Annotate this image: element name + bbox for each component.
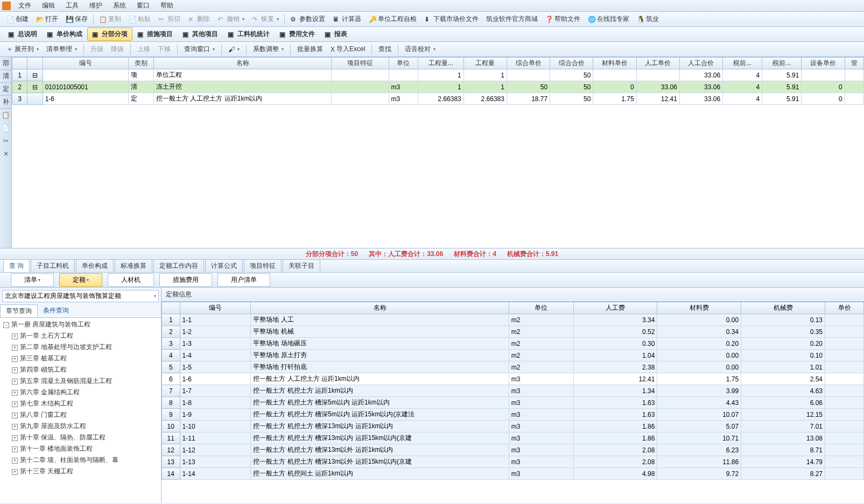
subtool-系数调整[interactable]: 系数调整▾	[250, 43, 287, 55]
menu-edit[interactable]: 编辑	[37, 0, 60, 11]
toolbar-复制[interactable]: 📋复制	[96, 13, 124, 25]
col-header[interactable]: 单位	[389, 58, 418, 69]
detail-tab-1[interactable]: 子目工料机	[31, 259, 75, 272]
col-header[interactable]: 机械费	[741, 302, 825, 314]
subtool-清单整理[interactable]: 清单整理▾	[43, 43, 80, 55]
table-row[interactable]: 31-6定挖一般土方 人工挖土方 运距1km以内m32.663832.66383…	[12, 93, 864, 105]
menu-file[interactable]: 文件	[13, 0, 37, 11]
expand-icon[interactable]: +	[12, 333, 18, 339]
toolbar-帮助文件[interactable]: ❓帮助文件	[542, 13, 584, 25]
subtool-上移[interactable]: 上移	[134, 43, 153, 55]
expand-icon[interactable]: -	[3, 322, 9, 328]
subtool-批量换算[interactable]: 批量换算	[294, 43, 326, 55]
detail-grid[interactable]: 编号名称单位人工费材料费机械费单价11-1平整场地 人工m23.340.000.…	[161, 302, 864, 503]
table-row[interactable]: 31-3平整场地 场地碾压m20.300.200.20	[162, 338, 864, 350]
detail-tab-0[interactable]: 查 询	[3, 259, 30, 272]
toolbar-打开[interactable]: 📂打开	[33, 13, 61, 25]
quota-book-combo[interactable]: 北京市建设工程房屋建筑与装饰预算定额 ▾	[2, 290, 159, 302]
expand-icon[interactable]: +	[12, 435, 18, 441]
tree-item[interactable]: +第六章 金属结构工程	[1, 387, 160, 398]
tree-item[interactable]: +第二章 地基处理与边坡支护工程	[1, 342, 160, 353]
toolbar-撤销[interactable]: ↶撤销▾	[214, 13, 248, 25]
menu-system[interactable]: 系统	[108, 0, 131, 11]
table-row[interactable]: 1⊟项单位工程115033.0645.91	[12, 69, 864, 81]
filter-人材机[interactable]: 人材机	[108, 273, 154, 287]
toolbar-剪切[interactable]: ✂剪切	[155, 13, 184, 25]
toolbar-创建[interactable]: 📄创建	[3, 13, 32, 25]
col-header[interactable]: 税前...	[762, 58, 802, 69]
toolbar-在线找专家[interactable]: 🌐在线找专家	[585, 13, 633, 25]
subtool-语音校对[interactable]: 语音校对▾	[402, 43, 439, 55]
col-header[interactable]: 项目特征	[332, 58, 389, 69]
detail-tab-4[interactable]: 定额工作内容	[153, 259, 204, 272]
toolbar-单位工程自检[interactable]: 🔑单位工程自检	[366, 13, 420, 25]
tab-工料机统计[interactable]: ▣工料机统计	[223, 27, 275, 41]
col-header[interactable]: 类别	[128, 58, 153, 69]
tree-item[interactable]: +第十三章 天棚工程	[1, 466, 160, 477]
table-row[interactable]: 61-6挖一般土方 人工挖土方 运距1km以内m312.411.752.54	[162, 373, 864, 385]
side-tab-ding[interactable]: 定	[0, 83, 11, 96]
col-header[interactable]: 工程量	[463, 58, 507, 69]
tab-报表[interactable]: ▣报表	[320, 27, 352, 41]
col-header[interactable]: 单位	[509, 302, 573, 314]
tab-分部分项[interactable]: ▣分部分项	[87, 27, 132, 41]
col-header[interactable]: 编号	[180, 302, 251, 314]
expand-icon[interactable]: +	[12, 390, 18, 396]
expand-icon[interactable]: +	[12, 446, 18, 452]
chapter-tree[interactable]: -第一册 房屋建筑与装饰工程+第一章 土石方工程+第二章 地基处理与边坡支护工程…	[0, 318, 161, 503]
col-header[interactable]: 税前...	[723, 58, 762, 69]
tree-item[interactable]: +第七章 木结构工程	[1, 398, 160, 409]
expand-icon[interactable]: +	[12, 379, 18, 385]
expand-icon[interactable]: +	[12, 345, 18, 351]
subtool-展开到[interactable]: ＋展开到▾	[3, 43, 42, 55]
col-header[interactable]: 工程量...	[418, 58, 463, 69]
side-del-icon[interactable]: ✕	[0, 147, 11, 160]
col-header[interactable]: 编号	[43, 58, 128, 69]
toolbar-保存[interactable]: 💾保存	[62, 13, 91, 25]
toolbar-下载市场价文件[interactable]: ⬇下载市场价文件	[421, 13, 482, 25]
table-row[interactable]: 51-5平整场地 打钎拍底m22.380.001.01	[162, 361, 864, 373]
expand-icon[interactable]: +	[12, 356, 18, 362]
detail-tab-7[interactable]: 关联子目	[283, 259, 320, 272]
toolbar-删除[interactable]: ✕删除	[185, 13, 213, 25]
subtool-查找[interactable]: 查找	[375, 43, 395, 55]
menu-help[interactable]: 帮助	[155, 0, 179, 11]
tree-item[interactable]: +第九章 屋面及防水工程	[1, 421, 160, 432]
subtool-导入Excel[interactable]: X导入Excel	[327, 43, 368, 55]
col-header[interactable]	[162, 302, 180, 314]
toolbar-恢复[interactable]: ↷恢复▾	[249, 13, 282, 25]
table-row[interactable]: 81-8挖一般土方 机挖土方 槽深5m以内 运距1km以内m31.634.436…	[162, 397, 864, 409]
side-tab-qing[interactable]: 清	[0, 70, 11, 83]
filter-用户清单[interactable]: 用户清单	[217, 273, 270, 287]
subtool-降级[interactable]: 降级	[108, 43, 127, 55]
table-row[interactable]: 21-2平整场地 机械m20.520.340.35	[162, 326, 864, 338]
col-header[interactable]: 人工费	[573, 302, 657, 314]
subtool-升级[interactable]: 升级	[87, 43, 107, 55]
detail-tab-6[interactable]: 项目特征	[244, 259, 282, 272]
col-header[interactable]: 人工合价	[679, 58, 722, 69]
side-tab-bu[interactable]: 部	[0, 57, 11, 70]
tab-费用文件[interactable]: ▣费用文件	[275, 27, 320, 41]
detail-tab-5[interactable]: 计算公式	[205, 259, 243, 272]
tab-总说明[interactable]: ▣总说明	[3, 27, 42, 41]
tree-item[interactable]: +第一章 土石方工程	[1, 330, 160, 342]
table-row[interactable]: 131-13挖一般土方 机挖土方 槽深13m以外 运距15km以内(京建m32.…	[162, 456, 864, 468]
subtool-查询窗口[interactable]: 查询窗口▾	[181, 43, 218, 55]
col-header[interactable]: 综合单价	[507, 58, 550, 69]
tree-item[interactable]: -第一册 房屋建筑与装饰工程	[1, 319, 160, 330]
tree-item[interactable]: +第三章 桩基工程	[1, 353, 160, 364]
expand-icon[interactable]: +	[12, 424, 18, 430]
col-header[interactable]: 综合合价	[550, 58, 593, 69]
col-header[interactable]: 设备单价	[802, 58, 845, 69]
table-row[interactable]: 91-9挖一般土方 机挖土方 槽深5m以内 运距15km以内(京建法m31.63…	[162, 409, 864, 421]
subtab-chapter[interactable]: 章节查询	[0, 304, 38, 317]
expand-icon[interactable]: +	[12, 367, 18, 373]
filter-定额[interactable]: 定额 ▾	[59, 273, 102, 287]
col-header[interactable]: 名称	[154, 58, 332, 69]
table-row[interactable]: 101-10挖一般土方 机挖土方 槽深13m以内 运距1km以内m31.865.…	[162, 421, 864, 432]
expand-icon[interactable]: +	[12, 413, 18, 418]
main-grid[interactable]: 编号类别名称项目特征单位工程量...工程量综合单价综合合价材料单价人工单价人工合…	[12, 57, 864, 248]
col-header[interactable]: 单价	[825, 302, 864, 314]
tree-item[interactable]: +第十一章 楼地面装饰工程	[1, 443, 160, 455]
subtool-brush[interactable]: 🖌▾	[225, 44, 243, 55]
